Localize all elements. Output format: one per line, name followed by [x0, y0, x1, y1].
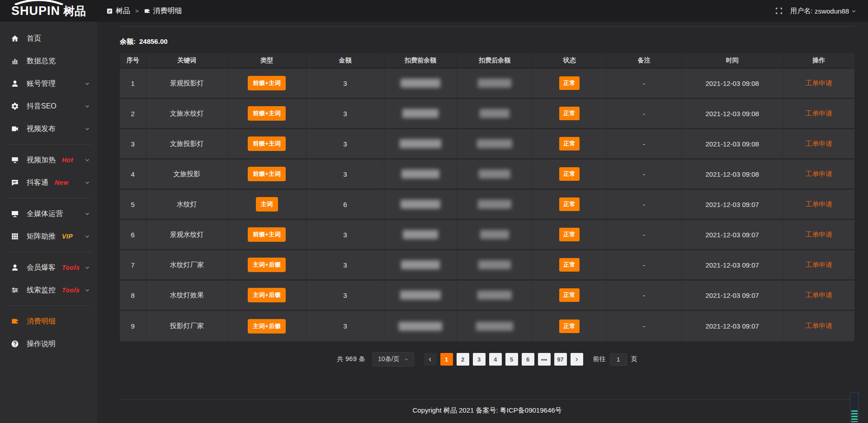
corner-widget[interactable] [850, 392, 859, 423]
page-button-2[interactable]: 2 [457, 353, 469, 366]
user-menu[interactable]: 用户名: zswodun88 [790, 7, 856, 15]
balance-after-blurred [479, 169, 510, 179]
status-badge: 正常 [559, 107, 580, 120]
home-icon [11, 34, 20, 43]
balance-before-blurred [401, 260, 440, 269]
cell-status: 正常 [533, 220, 607, 250]
type-badge: 主词+后缀 [248, 288, 286, 302]
sidebar-item-视频加热[interactable]: 视频加热Hot [0, 149, 97, 171]
cell-remark: - [607, 281, 682, 311]
cell-remark: - [607, 220, 682, 250]
cell-type: 前缀+主词 [228, 69, 307, 99]
page-size-select[interactable]: 10条/页 [373, 352, 414, 367]
breadcrumb-home[interactable]: 树品 [106, 6, 130, 16]
page-button-1[interactable]: 1 [440, 353, 453, 366]
cell-balance-after [457, 160, 533, 190]
sidebar-item-视频发布[interactable]: 视频发布 [0, 118, 97, 140]
sidebar-item-账号管理[interactable]: 账号管理 [0, 72, 97, 95]
page-button-6[interactable]: 6 [522, 353, 534, 366]
ticket-apply-link[interactable]: 工单申请 [805, 200, 832, 208]
menu-divider [6, 252, 91, 252]
cell-type: 前缀+主词 [228, 99, 307, 129]
sidebar-item-数据总览[interactable]: 数据总览 [0, 50, 97, 72]
cell-type: 前缀+主词 [228, 160, 307, 190]
cell-keyword: 景观投影灯 [146, 69, 228, 99]
balance-after-blurred [476, 322, 513, 331]
balance-label: 余额: [120, 38, 136, 45]
cell-type: 前缀+主词 [228, 220, 307, 250]
cell-amount: 3 [307, 69, 384, 99]
sidebar-item-操作说明[interactable]: 操作说明 [0, 333, 97, 355]
sidebar-item-label: 消费明细 [27, 317, 56, 326]
goto-page-input[interactable] [610, 353, 627, 366]
breadcrumb-current[interactable]: 消费明细 [144, 6, 182, 16]
ticket-apply-link[interactable]: 工单申请 [805, 261, 832, 268]
cell-keyword: 文旅投影 [146, 160, 228, 190]
cell-time: 2021-12-03 09:07 [682, 220, 783, 250]
chevron-down-icon [85, 211, 90, 216]
sidebar-item-label: 首页 [27, 34, 41, 43]
comment-icon [11, 178, 20, 187]
cell-action: 工单申请 [783, 129, 854, 160]
cell-balance-after [457, 190, 533, 220]
pagination-total: 共 969 条 [337, 355, 365, 363]
cell-index: 4 [120, 160, 146, 190]
page-button-3[interactable]: 3 [473, 353, 486, 366]
table-row: 1景观投影灯前缀+主词3正常-2021-12-03 09:08工单申请 [120, 69, 854, 99]
type-badge: 主词+后缀 [248, 319, 286, 334]
ticket-apply-link[interactable]: 工单申请 [805, 291, 832, 299]
sidebar-item-线索监控[interactable]: 线索监控Tools [0, 279, 97, 301]
table-row: 8水纹灯效果主词+后缀3正常-2021-12-03 09:07工单申请 [120, 281, 854, 311]
page-button-4[interactable]: 4 [489, 353, 502, 366]
sidebar-item-矩阵助推[interactable]: 矩阵助推VIP [0, 225, 97, 248]
cell-index: 2 [120, 99, 146, 129]
status-badge: 正常 [559, 197, 580, 211]
sidebar-item-首页[interactable]: 首页 [0, 27, 97, 50]
status-badge: 正常 [559, 228, 580, 241]
balance-before-blurred [401, 200, 440, 209]
column-header-金额: 金额 [307, 53, 384, 69]
balance-before-blurred [402, 109, 439, 118]
page-ellipsis-button[interactable]: ••• [538, 353, 551, 366]
cell-remark: - [607, 250, 682, 281]
cell-balance-before [384, 190, 457, 220]
balance-after-blurred [478, 79, 511, 88]
chevron-down-icon [85, 126, 90, 132]
breadcrumb-separator: > [135, 8, 139, 14]
column-header-关键词: 关键词 [146, 53, 228, 69]
sidebar-item-全媒体运营[interactable]: 全媒体运营 [0, 202, 97, 225]
balance-before-blurred [401, 79, 440, 88]
cell-type: 前缀+主词 [228, 129, 307, 160]
balance-after-blurred [480, 109, 509, 118]
ticket-apply-link[interactable]: 工单申请 [805, 230, 832, 238]
balance-value: 24856.00 [139, 38, 168, 45]
ticket-apply-link[interactable]: 工单申请 [805, 109, 832, 117]
prev-page-button[interactable] [424, 353, 437, 366]
balance-before-blurred [400, 291, 441, 300]
cell-balance-before [384, 250, 457, 281]
status-badge: 正常 [559, 167, 580, 181]
sidebar-item-抖客通[interactable]: 抖客通New [0, 171, 97, 194]
cell-action: 工单申请 [783, 281, 854, 311]
ticket-apply-link[interactable]: 工单申请 [805, 322, 832, 329]
balance-before-blurred [403, 230, 438, 239]
fullscreen-icon[interactable] [775, 7, 783, 15]
sliders-icon [11, 286, 20, 295]
menu-divider [6, 306, 91, 306]
next-page-button[interactable] [571, 353, 583, 366]
ticket-apply-link[interactable]: 工单申请 [805, 79, 832, 87]
sidebar-item-抖音SEO[interactable]: 抖音SEO [0, 95, 97, 118]
column-header-扣费前余额: 扣费前余额 [384, 53, 457, 69]
cell-keyword: 投影灯厂家 [146, 311, 228, 341]
video-camera-icon [11, 124, 20, 133]
ticket-apply-link[interactable]: 工单申请 [805, 140, 832, 147]
column-header-时间: 时间 [682, 53, 783, 69]
menu-badge: VIP [62, 233, 73, 240]
cell-action: 工单申请 [783, 160, 854, 190]
sidebar-item-会员爆客[interactable]: 会员爆客Tools [0, 256, 97, 279]
page-button-5[interactable]: 5 [505, 353, 518, 366]
ticket-apply-link[interactable]: 工单申请 [805, 170, 832, 178]
page-button-97[interactable]: 97 [554, 353, 567, 366]
cell-balance-after [457, 220, 533, 250]
sidebar-item-消费明细[interactable]: 消费明细 [0, 310, 97, 333]
